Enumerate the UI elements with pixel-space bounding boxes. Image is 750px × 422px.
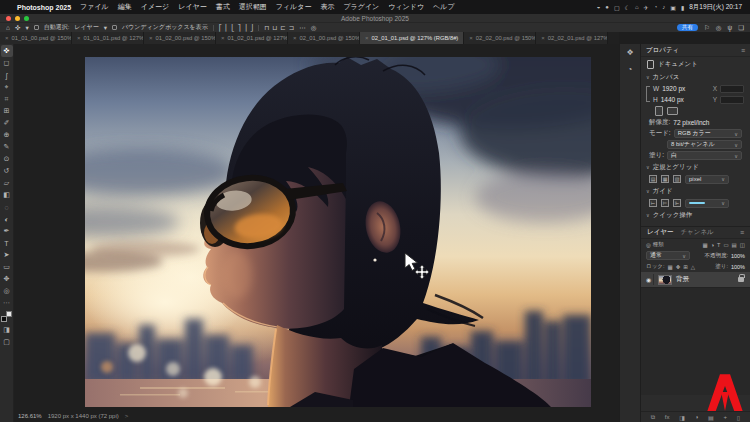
guide-icon[interactable]: ⊨ bbox=[661, 199, 669, 207]
zoom-tool[interactable]: ◎ bbox=[1, 285, 13, 297]
guides-section-header[interactable]: ∨ ガイド bbox=[641, 185, 750, 197]
blur-tool[interactable]: ◌ bbox=[1, 201, 13, 213]
menu-item[interactable]: ヘルプ bbox=[433, 2, 455, 12]
crop-tool[interactable]: ⌗ bbox=[1, 93, 13, 105]
menubar-status-icon[interactable]: ● bbox=[605, 4, 609, 11]
layer-filter-icon[interactable]: ▭ bbox=[723, 242, 728, 248]
screen-mode-icon[interactable]: ▢ bbox=[1, 336, 13, 348]
y-field[interactable] bbox=[720, 96, 744, 104]
layer-name[interactable]: 背景 bbox=[676, 275, 689, 284]
height-value[interactable]: 1440 px bbox=[661, 96, 684, 103]
healing-brush-tool[interactable]: ⊕ bbox=[1, 129, 13, 141]
layer-fill-value[interactable]: 100% bbox=[731, 264, 745, 270]
guide-color-dropdown[interactable]: ∨ bbox=[685, 199, 729, 208]
toolbar-ellipsis[interactable]: ⋯ bbox=[1, 297, 13, 309]
menu-item[interactable]: 編集 bbox=[118, 2, 132, 12]
width-value[interactable]: 1920 px bbox=[662, 85, 685, 92]
share-button[interactable]: 共有 bbox=[677, 24, 698, 31]
lock-option-icon[interactable]: ▦ bbox=[667, 264, 672, 270]
layer-filter-icon[interactable]: ▤ bbox=[732, 242, 737, 248]
tab-close-icon[interactable]: × bbox=[469, 35, 473, 41]
tab-close-icon[interactable]: × bbox=[5, 35, 9, 41]
guide-icon[interactable]: ⊢ bbox=[649, 199, 657, 207]
close-window-button[interactable] bbox=[6, 16, 11, 21]
history-brush-tool[interactable]: ↺ bbox=[1, 165, 13, 177]
tab-close-icon[interactable]: × bbox=[365, 35, 369, 41]
hand-tool[interactable]: ✥ bbox=[1, 273, 13, 285]
units-dropdown[interactable]: pixel∨ bbox=[685, 175, 729, 184]
home-icon[interactable]: ⌂ bbox=[6, 24, 10, 31]
layers-bottom-icon[interactable]: + bbox=[724, 414, 728, 420]
canvas-area[interactable]: 126.61% 1920 px x 1440 px (72 ppi) > bbox=[14, 44, 619, 422]
menu-item[interactable]: レイヤー bbox=[178, 2, 207, 12]
frame-tool[interactable]: ⊞ bbox=[1, 105, 13, 117]
document-tab[interactable]: × 01_02_00.psd @ 150% (… bbox=[144, 32, 216, 44]
menu-item[interactable]: ウィンドウ bbox=[388, 2, 424, 12]
menubar-status-icon[interactable]: ◔ bbox=[654, 4, 658, 11]
align-icon[interactable]: ⎤ bbox=[237, 24, 240, 32]
layer-filter-icon[interactable]: T bbox=[717, 242, 720, 248]
layer-filter-icon[interactable]: ◑ bbox=[711, 242, 714, 248]
clone-stamp-tool[interactable]: ⊙ bbox=[1, 153, 13, 165]
document-tab[interactable]: × 01_02_01.psd @ 127% (… bbox=[216, 32, 288, 44]
align-icon[interactable]: ⎢ bbox=[225, 24, 228, 32]
align-icon[interactable]: ⎦ bbox=[250, 24, 253, 32]
menu-item[interactable]: 表示 bbox=[320, 2, 334, 12]
auto-select-dropdown-arrow-icon[interactable]: ▾ bbox=[104, 24, 107, 32]
distribute-icon[interactable]: ⊔ bbox=[272, 24, 277, 32]
ruler-grid-icon[interactable]: ▤ bbox=[649, 175, 657, 183]
show-bounding-box-checkbox[interactable] bbox=[112, 25, 117, 30]
tab-channels[interactable]: チャンネル bbox=[680, 228, 713, 237]
bell-icon[interactable]: ⚐ bbox=[704, 24, 710, 32]
lock-option-icon[interactable]: ⊞ bbox=[683, 264, 688, 270]
bit-depth-dropdown[interactable]: 8 bit/チャンネル∨ bbox=[667, 140, 742, 149]
zoom-window-button[interactable] bbox=[24, 16, 29, 21]
tab-close-icon[interactable]: × bbox=[149, 35, 153, 41]
menu-item[interactable]: ファイル bbox=[80, 2, 109, 12]
menubar-status-icon[interactable]: ▣ bbox=[670, 4, 676, 11]
eyedropper-tool[interactable]: ✐ bbox=[1, 117, 13, 129]
zoom-level[interactable]: 126.61% bbox=[18, 413, 42, 419]
eraser-tool[interactable]: ▱ bbox=[1, 177, 13, 189]
layers-bottom-icon[interactable]: ▤ bbox=[708, 414, 714, 421]
tab-close-icon[interactable]: × bbox=[77, 35, 81, 41]
panel-menu-icon[interactable]: ≡ bbox=[741, 47, 745, 54]
layers-bottom-icon[interactable]: ◑ bbox=[695, 414, 699, 420]
options-search-icon[interactable]: ◎ bbox=[311, 24, 317, 32]
opacity-value[interactable]: 100% bbox=[731, 253, 745, 259]
dodge-tool[interactable]: ◐ bbox=[1, 213, 13, 225]
tab-layers[interactable]: レイヤー bbox=[647, 228, 673, 237]
menubar-status-icon[interactable]: ◒ bbox=[597, 4, 601, 11]
foreground-color-swatch[interactable] bbox=[1, 316, 7, 322]
menubar-status-icon[interactable]: ▮ bbox=[681, 4, 684, 11]
status-bar-chevron-icon[interactable]: > bbox=[125, 413, 129, 419]
canvas-section-header[interactable]: ∨ カンバス bbox=[641, 71, 750, 83]
layer-row-background[interactable]: ◉ 背景 bbox=[641, 272, 750, 287]
path-selection-tool[interactable]: ➤ bbox=[1, 249, 13, 261]
distribute-icon[interactable]: ⊐ bbox=[289, 24, 294, 32]
layers-bottom-icon[interactable]: fx bbox=[665, 414, 670, 420]
shape-tool[interactable]: ▭ bbox=[1, 261, 13, 273]
menu-item[interactable]: 選択範囲 bbox=[239, 2, 267, 12]
collapsed-panel-icon[interactable]: ❖ bbox=[626, 48, 633, 57]
app-menu-title[interactable]: Photoshop 2025 bbox=[17, 4, 71, 11]
document-tab[interactable]: × 02_01_00.psd @ 150% (… bbox=[288, 32, 360, 44]
x-field[interactable] bbox=[720, 85, 744, 93]
canvas-image[interactable] bbox=[85, 57, 591, 407]
filter-kind-dropdown[interactable]: 種類 bbox=[653, 241, 664, 248]
layers-bottom-icon[interactable]: ⧉ bbox=[651, 414, 655, 421]
layer-filter-icon[interactable]: ◫ bbox=[740, 242, 745, 248]
menu-item[interactable]: プラグイン bbox=[343, 2, 379, 12]
layers-bottom-icon[interactable]: ◨ bbox=[679, 414, 685, 421]
gradient-tool[interactable]: ◧ bbox=[1, 189, 13, 201]
layer-lock-icon[interactable] bbox=[738, 277, 744, 282]
lock-option-icon[interactable]: ✥ bbox=[676, 264, 681, 270]
document-tab[interactable]: × 02_02_01.psd @ 127% (… bbox=[536, 32, 608, 44]
menubar-status-icon[interactable]: ✈ bbox=[644, 4, 649, 11]
distribute-icon[interactable]: ⊏ bbox=[280, 24, 285, 32]
align-icon[interactable]: ⎡ bbox=[219, 24, 222, 32]
tab-close-icon[interactable]: × bbox=[293, 35, 297, 41]
lasso-tool[interactable]: ʃ bbox=[1, 69, 13, 81]
brush-tool[interactable]: ✎ bbox=[1, 141, 13, 153]
lock-option-icon[interactable]: △ bbox=[691, 264, 695, 270]
